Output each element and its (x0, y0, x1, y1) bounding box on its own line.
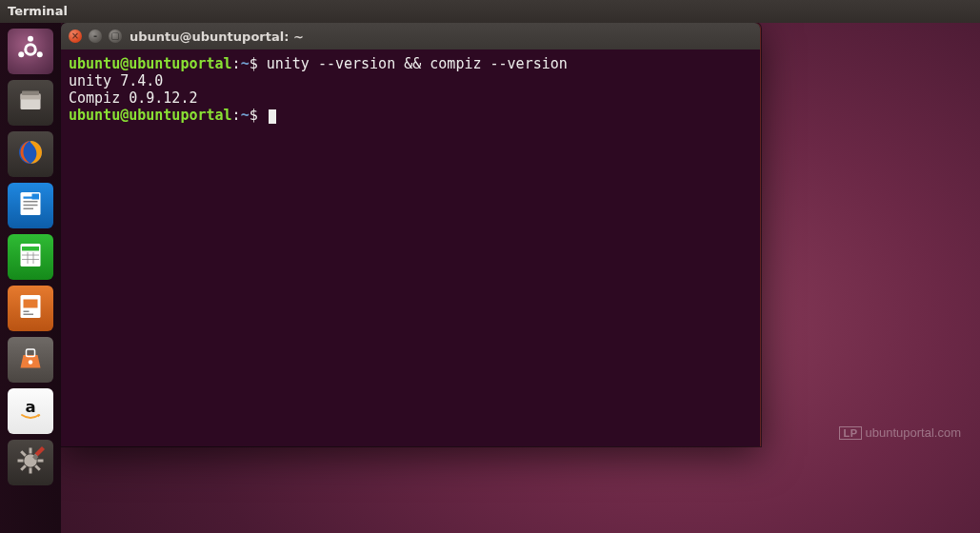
svg-rect-12 (24, 205, 38, 207)
maximize-icon[interactable]: ▢ (109, 30, 122, 43)
svg-rect-24 (24, 314, 34, 316)
unity-launcher: a (0, 23, 61, 533)
svg-point-1 (26, 45, 36, 55)
calc-icon (13, 238, 48, 276)
svg-point-3 (18, 51, 24, 57)
svg-rect-11 (24, 201, 38, 203)
svg-rect-13 (24, 208, 34, 210)
writer-icon (13, 187, 48, 225)
svg-point-4 (37, 51, 43, 57)
files-icon (13, 84, 48, 122)
menubar-app-title: Terminal (8, 4, 68, 18)
terminal-output-line: unity 7.4.0 (69, 72, 752, 89)
terminal-line: ubuntu@ubuntuportal:~$ (69, 107, 752, 124)
watermark-badge: LP (839, 426, 861, 440)
menubar[interactable]: Terminal (0, 0, 980, 23)
svg-rect-7 (22, 91, 39, 96)
launcher-item-writer[interactable] (8, 183, 53, 228)
terminal-output-line: Compiz 0.9.12.2 (69, 89, 752, 107)
launcher-item-calc[interactable] (8, 234, 53, 280)
cursor-icon (269, 109, 276, 124)
terminal-body[interactable]: ubuntu@ubuntuportal:~$ unity --version &… (61, 49, 760, 446)
software-icon (13, 341, 48, 379)
window-controls: × ‐ ▢ (69, 30, 122, 43)
svg-text:a: a (25, 398, 35, 416)
window-titlebar[interactable]: × ‐ ▢ ubuntu@ubuntuportal: ~ (61, 23, 760, 49)
settings-icon (13, 444, 48, 482)
svg-point-26 (29, 360, 33, 365)
launcher-item-settings[interactable] (8, 440, 53, 485)
launcher-item-amazon[interactable]: a (8, 388, 53, 434)
amazon-icon: a (13, 392, 48, 430)
watermark: LP ubuntuportal.com (839, 425, 961, 440)
svg-rect-14 (32, 194, 40, 200)
dash-icon (13, 32, 48, 70)
launcher-item-dash[interactable] (8, 29, 53, 74)
svg-rect-23 (24, 311, 30, 313)
svg-line-35 (21, 465, 26, 470)
svg-line-34 (35, 465, 40, 470)
terminal-window: × ‐ ▢ ubuntu@ubuntuportal: ~ ubuntu@ubun… (61, 23, 761, 446)
impress-icon (13, 289, 48, 327)
window-title: ubuntu@ubuntuportal: ~ (130, 30, 304, 44)
launcher-item-software[interactable] (8, 337, 53, 383)
minimize-icon[interactable]: ‐ (89, 30, 102, 43)
firefox-icon (13, 135, 48, 173)
close-icon[interactable]: × (69, 30, 82, 43)
svg-line-33 (21, 451, 26, 456)
watermark-text: ubuntuportal.com (866, 425, 961, 440)
svg-rect-22 (24, 300, 38, 308)
svg-point-2 (28, 36, 33, 42)
launcher-item-files[interactable] (8, 80, 53, 126)
terminal-command: unity --version && compiz --version (267, 55, 568, 72)
launcher-item-impress[interactable] (8, 286, 53, 331)
launcher-item-firefox[interactable] (8, 131, 53, 177)
terminal-line: ubuntu@ubuntuportal:~$ unity --version &… (69, 55, 752, 72)
svg-rect-16 (22, 247, 39, 251)
